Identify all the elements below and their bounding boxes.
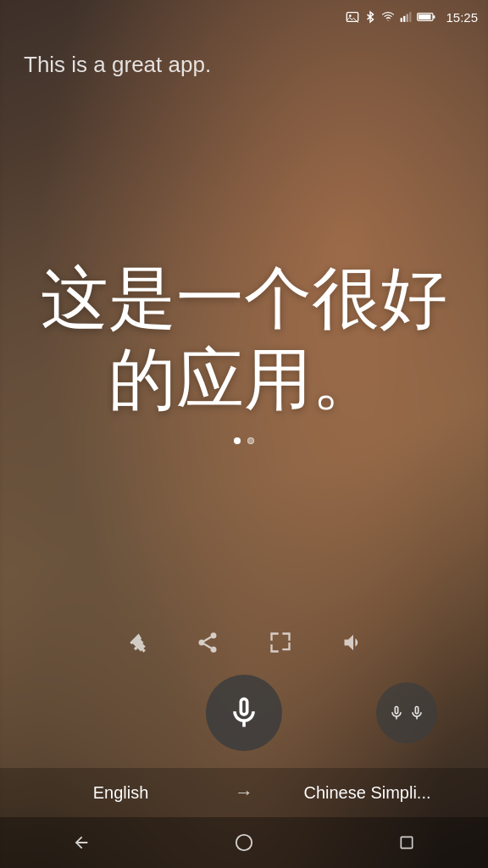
- svg-rect-15: [401, 837, 412, 848]
- battery-icon: [417, 12, 435, 22]
- svg-rect-8: [433, 15, 435, 19]
- back-button[interactable]: [66, 827, 97, 858]
- status-icons: 15:25: [346, 10, 478, 25]
- status-time: 15:25: [446, 10, 478, 25]
- source-language[interactable]: English: [20, 783, 221, 803]
- svg-rect-7: [419, 14, 431, 19]
- translated-text: 这是一个很好的应用。: [20, 258, 468, 420]
- expand-icon[interactable]: [265, 627, 296, 658]
- recents-button[interactable]: [391, 827, 422, 858]
- home-button[interactable]: [229, 827, 259, 858]
- svg-line-13: [204, 637, 211, 642]
- mic-section: [0, 666, 488, 768]
- nav-bar: [0, 817, 488, 868]
- dual-mic-icon-right: [408, 701, 425, 725]
- target-language[interactable]: Chinese Simpli...: [267, 783, 468, 803]
- svg-point-11: [211, 647, 217, 653]
- volume-icon[interactable]: [338, 627, 369, 658]
- dual-mic-button[interactable]: [376, 682, 437, 743]
- bluetooth-icon: [364, 10, 376, 24]
- svg-point-10: [199, 640, 205, 646]
- pagination-dot-1: [234, 437, 241, 444]
- pagination-dots: [234, 437, 254, 444]
- language-bar: English → Chinese Simpli...: [0, 768, 488, 817]
- share-icon[interactable]: [192, 627, 223, 658]
- svg-rect-4: [407, 14, 408, 22]
- main-content: This is a great app. 这是一个很好的应用。: [0, 34, 488, 868]
- mic-main-icon: [225, 694, 263, 732]
- translation-area: 这是一个很好的应用。: [0, 88, 488, 614]
- svg-rect-0: [347, 13, 358, 22]
- dual-mic-icon-left: [388, 701, 405, 725]
- svg-line-12: [204, 644, 211, 648]
- main-mic-button[interactable]: [206, 675, 282, 751]
- svg-rect-3: [404, 16, 406, 22]
- svg-point-9: [211, 632, 217, 638]
- gallery-icon: [346, 10, 359, 24]
- svg-point-14: [236, 835, 252, 850]
- svg-point-1: [349, 14, 352, 17]
- svg-rect-5: [410, 12, 412, 22]
- language-arrow: →: [235, 782, 253, 804]
- wifi-icon: [381, 11, 395, 23]
- pagination-dot-2: [247, 437, 254, 444]
- action-bar: [0, 614, 488, 666]
- pin-icon[interactable]: [119, 627, 150, 658]
- signal-icon: [400, 11, 412, 23]
- svg-rect-2: [401, 18, 402, 22]
- status-bar: 15:25: [0, 0, 488, 34]
- source-text: This is a great app.: [0, 34, 488, 88]
